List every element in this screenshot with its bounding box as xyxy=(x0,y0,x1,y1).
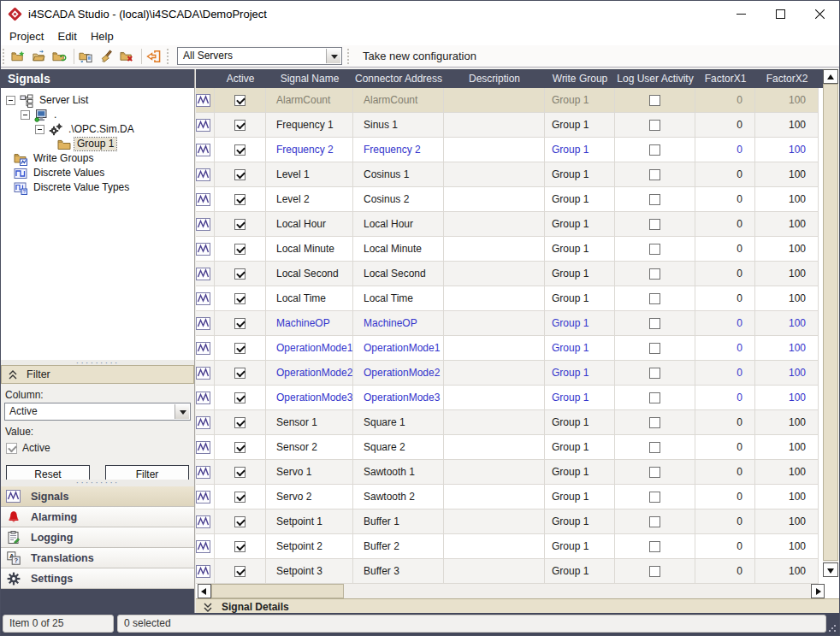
write-group-cell[interactable]: Group 1 xyxy=(545,187,615,212)
tree-collapse-icon[interactable] xyxy=(35,125,44,134)
log-user-activity-checkbox[interactable] xyxy=(649,343,660,354)
vertical-scrollbar-thumb[interactable] xyxy=(823,84,838,561)
tree-filter-splitter[interactable] xyxy=(1,360,194,365)
chevron-down-icon[interactable] xyxy=(175,404,189,419)
connector-cell[interactable]: Local Second xyxy=(353,262,444,286)
active-checkbox[interactable] xyxy=(234,541,245,552)
log-user-activity-checkbox[interactable] xyxy=(649,194,660,205)
write-group-cell[interactable]: Group 1 xyxy=(545,138,615,162)
factor-x1-cell[interactable]: 0 xyxy=(695,138,755,162)
signal-cell[interactable]: OperationMode3 xyxy=(266,386,353,410)
log-user-activity-checkbox[interactable] xyxy=(649,392,660,403)
tree-collapse-icon[interactable] xyxy=(6,96,15,105)
factor-x2-cell[interactable]: 100 xyxy=(755,435,819,460)
connector-cell[interactable]: Buffer 3 xyxy=(353,559,444,584)
column-header[interactable]: Signal Name xyxy=(266,69,353,88)
write-group-cell[interactable]: Group 1 xyxy=(545,460,615,485)
row-icon-cell[interactable] xyxy=(196,212,215,237)
signal-cell[interactable]: Local Time xyxy=(266,286,353,311)
write-group-cell[interactable]: Group 1 xyxy=(545,534,615,559)
write-group-cell[interactable]: Group 1 xyxy=(545,336,615,361)
connector-cell[interactable]: Cosinus 1 xyxy=(353,162,444,187)
log-user-activity-checkbox[interactable] xyxy=(649,442,660,453)
row-icon-cell[interactable] xyxy=(196,138,215,162)
active-checkbox[interactable] xyxy=(234,318,245,329)
grid-row[interactable]: MachineOPMachineOPGroup 10100 xyxy=(196,311,819,336)
factor-x1-cell[interactable]: 0 xyxy=(695,559,755,584)
active-checkbox[interactable] xyxy=(234,120,245,131)
factor-x2-cell[interactable]: 100 xyxy=(755,559,819,584)
log-user-activity-checkbox[interactable] xyxy=(649,293,660,304)
tree-item-computer[interactable]: . xyxy=(1,108,194,122)
write-group-cell[interactable]: Group 1 xyxy=(545,237,615,262)
factor-x1-cell[interactable]: 0 xyxy=(695,162,755,187)
tree-item-folder[interactable]: Group 1 xyxy=(1,137,194,151)
filter-panel-header[interactable]: Filter xyxy=(1,365,194,384)
column-header[interactable]: FactorX2 xyxy=(755,69,819,88)
connector-cell[interactable]: Square 1 xyxy=(353,410,444,435)
log-user-activity-checkbox[interactable] xyxy=(649,516,660,527)
row-icon-cell[interactable] xyxy=(196,336,215,361)
grid-row[interactable]: Sensor 2Square 2Group 10100 xyxy=(196,435,819,460)
write-group-cell[interactable]: Group 1 xyxy=(545,262,615,286)
factor-x2-cell[interactable]: 100 xyxy=(755,262,819,286)
column-header[interactable]: Active xyxy=(215,69,266,88)
connector-cell[interactable]: OperationMode3 xyxy=(353,386,444,410)
connector-cell[interactable]: Frequency 2 xyxy=(353,138,444,162)
factor-x1-cell[interactable]: 0 xyxy=(695,187,755,212)
factor-x1-cell[interactable]: 0 xyxy=(695,311,755,336)
active-checkbox[interactable] xyxy=(234,293,245,304)
factor-x1-cell[interactable]: 0 xyxy=(695,485,755,509)
log-user-activity-checkbox[interactable] xyxy=(649,95,660,106)
active-checkbox[interactable] xyxy=(234,516,245,527)
open-project-button[interactable] xyxy=(30,47,50,66)
filter-column-select[interactable]: Active xyxy=(4,403,191,421)
description-cell[interactable] xyxy=(444,534,545,559)
column-header[interactable]: Log User Activity xyxy=(615,69,695,88)
scroll-right-icon[interactable] xyxy=(811,584,825,598)
scroll-up-icon[interactable] xyxy=(823,69,838,84)
connector-cell[interactable]: Local Hour xyxy=(353,212,444,237)
active-checkbox[interactable] xyxy=(234,392,245,403)
signal-cell[interactable]: Level 1 xyxy=(266,162,353,187)
active-checkbox[interactable] xyxy=(234,194,245,205)
description-cell[interactable] xyxy=(444,286,545,311)
row-icon-cell[interactable] xyxy=(196,386,215,410)
signal-cell[interactable]: Local Minute xyxy=(266,237,353,262)
active-checkbox[interactable] xyxy=(234,467,245,478)
write-group-cell[interactable]: Group 1 xyxy=(545,485,615,509)
signal-cell[interactable]: Setpoint 2 xyxy=(266,534,353,559)
description-cell[interactable] xyxy=(444,386,545,410)
signal-cell[interactable]: Servo 2 xyxy=(266,485,353,509)
description-cell[interactable] xyxy=(444,460,545,485)
factor-x2-cell[interactable]: 100 xyxy=(755,534,819,559)
log-user-activity-checkbox[interactable] xyxy=(649,219,660,230)
grid-row[interactable]: OperationMode1OperationMode1Group 10100 xyxy=(196,336,819,361)
description-cell[interactable] xyxy=(444,162,545,187)
write-group-cell[interactable]: Group 1 xyxy=(545,212,615,237)
grid-row[interactable]: Frequency 2Frequency 2Group 10100 xyxy=(196,138,819,162)
description-cell[interactable] xyxy=(444,187,545,212)
signal-cell[interactable]: MachineOP xyxy=(266,311,353,336)
active-checkbox[interactable] xyxy=(234,244,245,255)
nav-item-settings[interactable]: Settings xyxy=(1,568,194,589)
signal-cell[interactable]: OperationMode1 xyxy=(266,336,353,361)
factor-x1-cell[interactable]: 0 xyxy=(695,262,755,286)
log-user-activity-checkbox[interactable] xyxy=(649,169,660,180)
factor-x2-cell[interactable]: 100 xyxy=(755,386,819,410)
new-project-button[interactable] xyxy=(9,47,30,66)
signal-cell[interactable]: Servo 1 xyxy=(266,460,353,485)
write-group-cell[interactable]: Group 1 xyxy=(545,386,615,410)
factor-x2-cell[interactable]: 100 xyxy=(755,212,819,237)
connector-cell[interactable]: MachineOP xyxy=(353,311,444,336)
deploy-button[interactable] xyxy=(77,47,98,66)
nav-item-logging[interactable]: Logging xyxy=(1,527,194,548)
signal-cell[interactable]: Level 2 xyxy=(266,187,353,212)
filter-value-checkbox[interactable] xyxy=(6,443,17,454)
signal-cell[interactable]: Frequency 1 xyxy=(266,113,353,138)
row-icon-cell[interactable] xyxy=(196,460,215,485)
description-cell[interactable] xyxy=(444,88,545,113)
column-header[interactable]: FactorX1 xyxy=(695,69,755,88)
clean-button[interactable] xyxy=(98,47,118,66)
signal-cell[interactable]: Frequency 2 xyxy=(266,138,353,162)
